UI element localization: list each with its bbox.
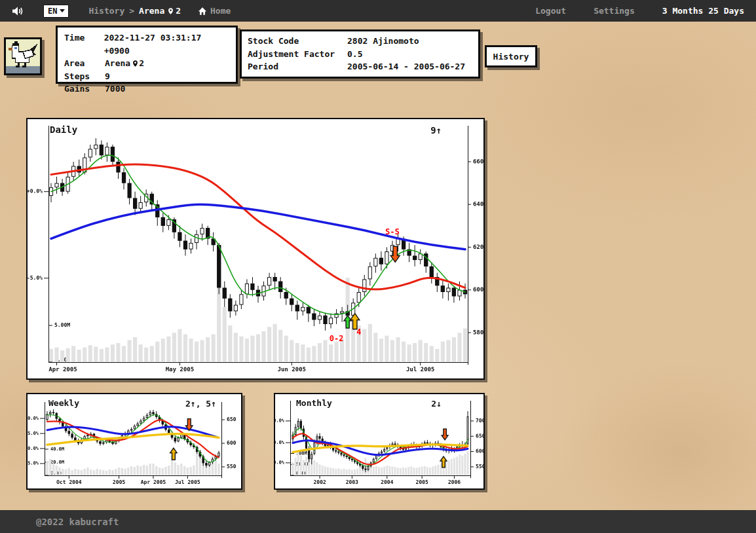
player-info-panel: Time 2022-11-27 03:31:17 +0900 Area Aren…: [56, 26, 238, 84]
breadcrumb: History > Arena 2: [88, 6, 181, 16]
language-value: EN: [48, 7, 57, 16]
map-pin-icon: [167, 7, 174, 16]
breadcrumb-history-link[interactable]: History: [88, 6, 124, 16]
player-avatar: [4, 37, 42, 75]
stock-code-row: Stock Code 2802 Ajinomoto: [248, 35, 472, 48]
monthly-chart-badge: 2↓: [431, 399, 442, 409]
monthly-chart-title: Monthly: [296, 398, 332, 408]
breadcrumb-current: Arena: [139, 6, 164, 16]
time-value: 2022-11-27 03:31:17 +0900: [104, 31, 229, 57]
home-label: Home: [210, 6, 231, 16]
adjustment-factor-value: 0.5: [347, 48, 362, 61]
home-icon: [198, 7, 207, 16]
area-number: 2: [139, 57, 144, 70]
copyright-text: @2022 kabucraft: [36, 517, 119, 527]
weekly-chart-badge: 2↑, 5↑: [185, 399, 216, 409]
footer: @2022 kabucraft: [0, 510, 756, 533]
time-row: Time 2022-11-27 03:31:17 +0900: [64, 31, 229, 57]
speaker-icon[interactable]: [12, 6, 24, 16]
time-label: Time: [64, 31, 104, 57]
logout-button[interactable]: Logout: [535, 6, 566, 16]
language-select[interactable]: EN: [43, 5, 69, 18]
stock-code-value: 2802 Ajinomoto: [347, 35, 419, 48]
area-value: Arena: [105, 57, 130, 70]
period-label: Period: [248, 60, 347, 73]
chicken-icon: [6, 39, 40, 73]
gains-value: 7000: [105, 83, 125, 96]
daily-chart-canvas: [28, 119, 483, 378]
period-row: Period 2005-06-14 - 2005-06-27: [248, 60, 472, 73]
steps-row: Steps 9: [64, 70, 229, 83]
steps-label: Steps: [64, 70, 105, 83]
map-pin-icon: [132, 59, 139, 68]
adjustment-factor-row: Adjustment Factor 0.5: [248, 48, 472, 61]
history-button[interactable]: History: [485, 45, 537, 67]
weekly-chart-panel: Weekly 2↑, 5↑: [26, 393, 242, 490]
steps-value: 9: [105, 70, 110, 83]
home-link[interactable]: Home: [198, 6, 231, 16]
gains-label: Gains: [64, 83, 105, 96]
area-row: Area Arena 2: [64, 57, 229, 70]
time-remaining: 3 Months 25 Days: [662, 6, 744, 16]
period-value: 2005-06-14 - 2005-06-27: [347, 60, 465, 73]
daily-chart-panel: Daily 9↑: [26, 118, 485, 380]
daily-chart-title: Daily: [50, 124, 77, 135]
navbar: EN History > Arena 2 Home Logout Setting…: [0, 0, 756, 22]
gains-row: Gains 7000: [64, 83, 229, 96]
breadcrumb-area-number: 2: [176, 6, 181, 16]
stock-code-label: Stock Code: [248, 35, 347, 48]
adjustment-factor-label: Adjustment Factor: [248, 48, 347, 61]
breadcrumb-separator: >: [129, 6, 134, 16]
settings-button[interactable]: Settings: [594, 6, 635, 16]
area-label: Area: [64, 57, 105, 70]
daily-chart-badge: 9↑: [430, 125, 442, 136]
weekly-chart-title: Weekly: [48, 398, 79, 408]
chevron-down-icon: [60, 9, 65, 12]
monthly-chart-panel: Monthly 2↓: [274, 393, 485, 490]
stock-info-panel: Stock Code 2802 Ajinomoto Adjustment Fac…: [240, 29, 480, 79]
monthly-chart-canvas: [275, 394, 483, 488]
